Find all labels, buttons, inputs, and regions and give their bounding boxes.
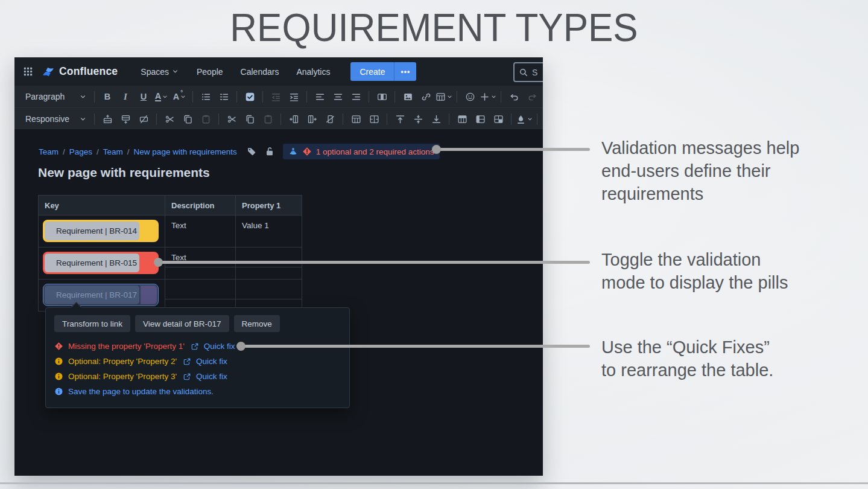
numbered-list-icon[interactable] <box>215 89 233 105</box>
breadcrumb-separator: / <box>63 147 65 156</box>
italic-icon[interactable]: I <box>116 89 135 105</box>
delete-table-icon[interactable] <box>541 111 543 127</box>
quick-fix-link[interactable]: Quick fix <box>196 357 227 366</box>
delete-column-icon[interactable] <box>321 111 339 127</box>
add-column-right-icon[interactable] <box>303 111 321 127</box>
align-bottom-icon[interactable] <box>427 111 445 127</box>
unlock-icon[interactable] <box>264 146 275 157</box>
search-text: S <box>532 68 537 77</box>
pill-color-strip <box>141 286 157 304</box>
nav-calendars[interactable]: Calendars <box>241 67 279 77</box>
redo-icon[interactable] <box>523 89 541 105</box>
cell-key-br014[interactable]: Requirement | BR-014 <box>39 216 165 248</box>
align-center-icon[interactable] <box>329 89 347 105</box>
insert-link-icon[interactable] <box>417 89 435 105</box>
header-row-icon[interactable] <box>453 111 471 127</box>
cut-row-icon[interactable] <box>160 111 179 127</box>
header-column-icon[interactable] <box>471 111 489 127</box>
bullet-list-icon[interactable] <box>197 89 215 105</box>
message-text: Save the page to update the validations. <box>68 387 214 396</box>
connector-dot-2 <box>154 258 163 267</box>
confluence-logo[interactable]: Confluence <box>42 65 118 78</box>
search-box[interactable]: S <box>513 62 543 82</box>
header-cell-icon[interactable] <box>489 111 507 127</box>
paste-icon[interactable] <box>259 111 277 127</box>
breadcrumb-separator: / <box>97 147 99 156</box>
cut-icon[interactable] <box>223 111 241 127</box>
undo-icon[interactable] <box>505 89 523 105</box>
breadcrumb-current-page[interactable]: New page with requirements <box>134 147 237 156</box>
align-right-icon[interactable] <box>347 89 365 105</box>
breadcrumb-team-2[interactable]: Team <box>103 147 123 156</box>
align-middle-icon[interactable] <box>409 111 427 127</box>
layout-icon[interactable] <box>373 89 391 105</box>
task-checkbox-icon[interactable] <box>241 89 259 105</box>
transform-to-link-button[interactable]: Transform to link <box>54 315 130 332</box>
nav-analytics[interactable]: Analytics <box>296 67 330 77</box>
copy-icon[interactable] <box>241 111 259 127</box>
nav-calendars-label: Calendars <box>241 67 279 77</box>
table-properties-icon[interactable] <box>347 111 365 127</box>
copy-row-icon[interactable] <box>179 111 197 127</box>
indent-icon[interactable] <box>285 89 303 105</box>
create-more-button[interactable]: ••• <box>394 62 416 81</box>
nav-spaces-label: Spaces <box>141 67 169 77</box>
view-detail-button[interactable]: View detail of BR-017 <box>135 315 229 332</box>
align-left-icon[interactable] <box>311 89 329 105</box>
column-header-property1[interactable]: Property 1 <box>236 196 302 216</box>
column-header-key[interactable]: Key <box>39 196 165 216</box>
table-header-row: Key Description Property 1 <box>39 196 302 216</box>
remove-button[interactable]: Remove <box>234 315 280 332</box>
document-title[interactable]: New page with requirements <box>38 165 210 180</box>
bold-icon[interactable]: B <box>98 89 116 105</box>
insert-image-icon[interactable] <box>399 89 417 105</box>
divider <box>449 113 449 125</box>
merge-cells-icon[interactable] <box>365 111 383 127</box>
divider <box>343 113 343 125</box>
delete-row-icon[interactable] <box>135 111 153 127</box>
emoji-icon[interactable] <box>461 89 479 105</box>
cell-color-icon[interactable] <box>515 111 533 127</box>
cell-description[interactable]: Text <box>165 216 236 248</box>
message-text: Missing the property 'Property 1' <box>68 342 185 351</box>
nav-spaces[interactable]: Spaces <box>141 67 179 77</box>
insert-more-icon[interactable] <box>479 89 497 105</box>
external-link-icon[interactable] <box>191 342 199 351</box>
tag-icon[interactable] <box>246 146 257 157</box>
outdent-icon[interactable] <box>267 89 285 105</box>
info-circle-icon <box>54 372 63 381</box>
external-link-icon[interactable] <box>183 372 191 381</box>
info-circle-icon <box>54 357 63 366</box>
connector-dot-1 <box>432 145 441 154</box>
add-column-left-icon[interactable] <box>285 111 303 127</box>
nav-people[interactable]: People <box>197 67 223 77</box>
external-link-icon[interactable] <box>183 357 191 366</box>
text-color-icon[interactable]: A <box>153 89 171 105</box>
breadcrumb-team[interactable]: Team <box>39 147 59 156</box>
chevron-down-icon <box>171 68 179 75</box>
paste-row-icon[interactable] <box>197 111 215 127</box>
create-button[interactable]: Create <box>350 62 394 81</box>
text-style-dropdown[interactable]: Paragraph <box>22 92 90 101</box>
breadcrumb-pages[interactable]: Pages <box>69 147 92 156</box>
cell-property1[interactable]: Value 1 <box>236 216 302 248</box>
editor-toolbar-text: Paragraph B I U A A <box>14 86 543 107</box>
requirement-pill-br014[interactable]: Requirement | BR-014 <box>43 220 159 242</box>
quick-fix-link[interactable]: Quick fix <box>196 372 227 381</box>
requirement-pill-br015[interactable]: Requirement | BR-015 <box>43 252 159 274</box>
app-switcher-icon[interactable] <box>22 66 34 77</box>
layout-style-dropdown[interactable]: Responsive <box>22 114 90 124</box>
insert-table-icon[interactable] <box>435 89 453 105</box>
more-formatting-icon[interactable]: A <box>171 89 189 105</box>
validation-badge[interactable]: 1 optional and 2 required actions <box>283 144 440 159</box>
quick-fix-link[interactable]: Quick fix <box>204 342 235 351</box>
message-text: Optional: Property 'Property 2' <box>68 357 177 366</box>
connector-dot-3 <box>236 342 246 351</box>
requirement-pill-br017-selected[interactable]: Requirement | BR-017 <box>43 284 159 306</box>
underline-icon[interactable]: U <box>135 89 153 105</box>
cell-key-br015[interactable]: Requirement | BR-015 <box>39 248 165 280</box>
add-row-above-icon[interactable] <box>98 111 116 127</box>
add-row-below-icon[interactable] <box>116 111 135 127</box>
align-top-icon[interactable] <box>391 111 409 127</box>
column-header-description[interactable]: Description <box>165 196 236 216</box>
